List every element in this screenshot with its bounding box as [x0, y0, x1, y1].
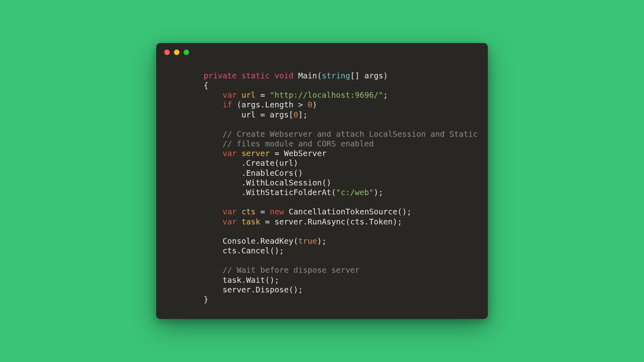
close-icon[interactable] [164, 49, 170, 55]
minimize-icon[interactable] [174, 49, 180, 55]
token-mod: void [275, 71, 293, 80]
token-cmt: // Wait before dispose server [223, 265, 359, 275]
token-mod: private [204, 71, 237, 80]
token-decl: var [223, 207, 237, 216]
token-num: 0 [308, 100, 312, 109]
token-decl: var [223, 217, 237, 226]
token-str: "http://localhost:9696/" [270, 90, 383, 100]
token-bool: true [298, 237, 317, 246]
token-decl: if [223, 100, 232, 109]
token-cmt: // files module and CORS enabled [223, 139, 374, 148]
token-name: task [242, 217, 260, 226]
token-num: 0 [293, 110, 298, 119]
code-content: private static void Main(string[] args) … [156, 62, 488, 304]
maximize-icon[interactable] [184, 49, 189, 55]
token-name: cts [242, 207, 256, 216]
window-titlebar [156, 43, 488, 62]
token-decl: var [223, 90, 237, 100]
code-window: private static void Main(string[] args) … [156, 43, 488, 319]
token-type: string [322, 71, 350, 80]
token-decl: new [270, 207, 284, 216]
token-str: "c:/web" [336, 188, 374, 197]
token-cmt: // Create Webserver and attach LocalSess… [223, 130, 478, 139]
token-name: url [242, 90, 256, 100]
token-mod: static [242, 71, 270, 80]
token-name: server [242, 149, 270, 158]
token-decl: var [223, 149, 237, 158]
